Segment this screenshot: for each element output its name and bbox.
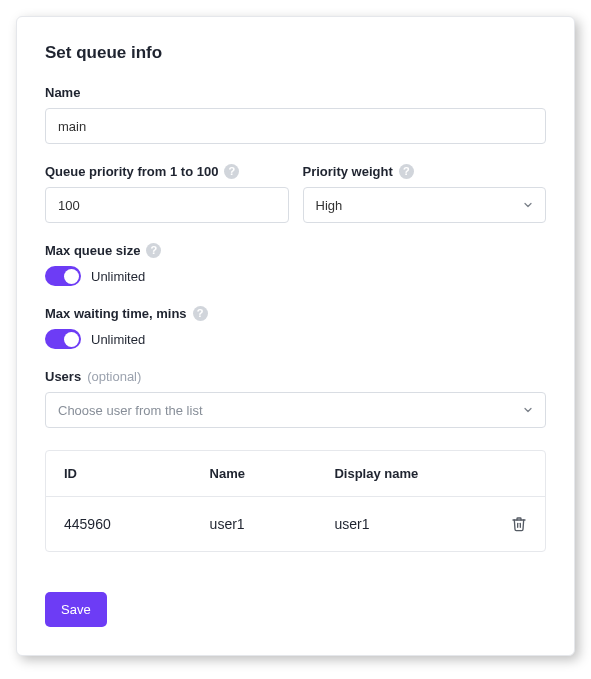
th-name: Name bbox=[210, 466, 335, 481]
max-queue-size-label: Max queue size bbox=[45, 243, 140, 258]
max-queue-size-toggle[interactable] bbox=[45, 266, 81, 286]
trash-icon bbox=[511, 516, 527, 532]
page-title: Set queue info bbox=[45, 43, 546, 63]
name-label: Name bbox=[45, 85, 80, 100]
max-wait-field: Max waiting time, mins ? Unlimited bbox=[45, 306, 546, 349]
users-table: ID Name Display name 445960 user1 user1 bbox=[45, 450, 546, 552]
footer: Save bbox=[45, 592, 546, 627]
max-wait-toggle-label: Unlimited bbox=[91, 332, 145, 347]
delete-row-button[interactable] bbox=[487, 516, 527, 532]
users-label: Users bbox=[45, 369, 81, 384]
help-icon[interactable]: ? bbox=[399, 164, 414, 179]
priority-label: Queue priority from 1 to 100 bbox=[45, 164, 218, 179]
table-row: 445960 user1 user1 bbox=[46, 497, 545, 551]
th-display: Display name bbox=[334, 466, 487, 481]
users-field: Users (optional) Choose user from the li… bbox=[45, 369, 546, 428]
help-icon[interactable]: ? bbox=[193, 306, 208, 321]
weight-select[interactable]: High bbox=[303, 187, 547, 223]
priority-field: Queue priority from 1 to 100 ? bbox=[45, 164, 289, 223]
users-select[interactable]: Choose user from the list bbox=[45, 392, 546, 428]
max-wait-toggle[interactable] bbox=[45, 329, 81, 349]
queue-info-card: Set queue info Name Queue priority from … bbox=[16, 16, 575, 656]
help-icon[interactable]: ? bbox=[224, 164, 239, 179]
max-queue-size-toggle-label: Unlimited bbox=[91, 269, 145, 284]
chevron-down-icon bbox=[522, 199, 534, 211]
weight-field: Priority weight ? High bbox=[303, 164, 547, 223]
table-header: ID Name Display name bbox=[46, 451, 545, 497]
users-placeholder: Choose user from the list bbox=[58, 403, 203, 418]
save-button[interactable]: Save bbox=[45, 592, 107, 627]
weight-selected: High bbox=[316, 198, 343, 213]
users-hint: (optional) bbox=[87, 369, 141, 384]
td-id: 445960 bbox=[64, 516, 210, 532]
max-wait-label: Max waiting time, mins bbox=[45, 306, 187, 321]
weight-label: Priority weight bbox=[303, 164, 393, 179]
name-field: Name bbox=[45, 85, 546, 144]
td-display: user1 bbox=[334, 516, 487, 532]
chevron-down-icon bbox=[522, 404, 534, 416]
priority-input[interactable] bbox=[45, 187, 289, 223]
name-input[interactable] bbox=[45, 108, 546, 144]
td-name: user1 bbox=[210, 516, 335, 532]
th-id: ID bbox=[64, 466, 210, 481]
help-icon[interactable]: ? bbox=[146, 243, 161, 258]
max-queue-size-field: Max queue size ? Unlimited bbox=[45, 243, 546, 286]
